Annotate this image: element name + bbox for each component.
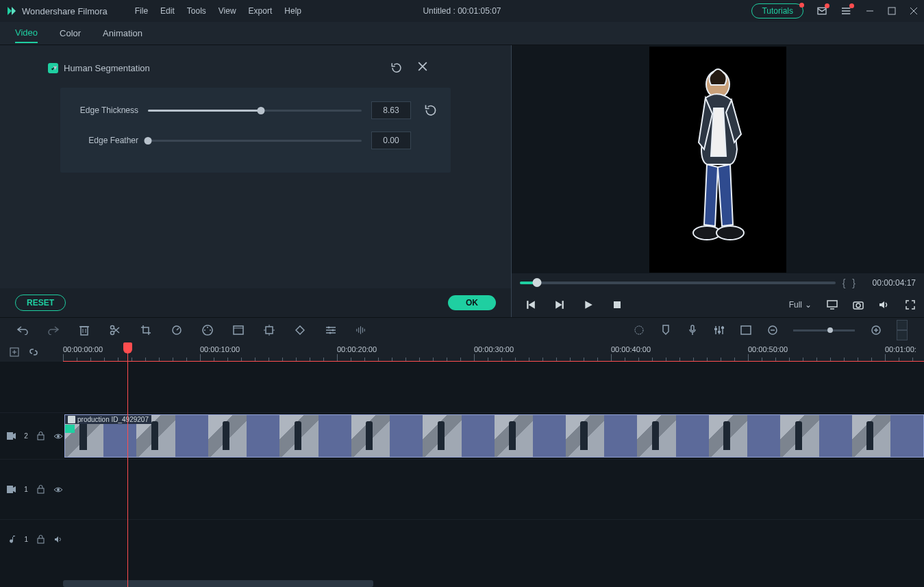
step-back-icon[interactable] xyxy=(525,299,536,310)
color-icon[interactable] xyxy=(201,325,213,336)
svg-rect-13 xyxy=(827,301,837,307)
speed-icon[interactable] xyxy=(171,325,182,336)
green-screen-icon[interactable] xyxy=(232,325,244,336)
edge-thickness-value[interactable]: 8.63 xyxy=(371,101,411,119)
motion-tracking-icon[interactable] xyxy=(263,325,275,336)
snapshot-icon[interactable] xyxy=(853,299,864,310)
svg-rect-46 xyxy=(691,325,694,331)
render-icon[interactable] xyxy=(633,325,645,336)
timeline-tracks[interactable]: 00:00:00:0000:00:10:0000:00:20:0000:00:3… xyxy=(63,342,924,587)
svg-rect-60 xyxy=(38,435,44,440)
reset-button[interactable]: RESET xyxy=(15,295,66,311)
segmentation-header[interactable]: ▼ ✓ Human Segmentation xyxy=(0,58,511,78)
display-icon[interactable] xyxy=(827,299,838,310)
preview-panel: { } 00:00:04:17 Full⌄ xyxy=(512,45,924,317)
split-icon[interactable] xyxy=(109,325,121,336)
mark-in-icon[interactable]: { xyxy=(842,277,846,288)
menu-export[interactable]: Export xyxy=(249,6,273,16)
add-track-icon[interactable] xyxy=(10,347,19,357)
edge-feather-value[interactable]: 0.00 xyxy=(371,132,411,149)
crop-icon[interactable] xyxy=(140,325,151,336)
keyframe-icon[interactable] xyxy=(294,325,305,336)
close-section-icon[interactable] xyxy=(418,62,427,74)
video-clip[interactable]: production ID_4929207 xyxy=(64,414,924,458)
svg-point-37 xyxy=(327,327,329,329)
tab-color[interactable]: Color xyxy=(60,24,81,42)
tasks-icon[interactable] xyxy=(840,5,853,17)
menu-help[interactable]: Help xyxy=(284,6,301,16)
window-title: Untitled : 00:01:05:07 xyxy=(423,6,501,16)
svg-point-64 xyxy=(57,488,60,491)
lock-icon[interactable] xyxy=(36,535,45,545)
timeline-ruler[interactable]: 00:00:00:0000:00:10:0000:00:20:0000:00:3… xyxy=(63,342,924,362)
add-media-icon[interactable] xyxy=(740,325,751,336)
svg-rect-49 xyxy=(721,327,724,329)
collapse-caret-icon[interactable]: ▼ xyxy=(52,64,58,71)
tab-animation[interactable]: Animation xyxy=(103,24,142,42)
menu-tools[interactable]: Tools xyxy=(187,6,206,16)
mixer-icon[interactable] xyxy=(713,325,725,336)
minimize-button[interactable] xyxy=(865,6,875,16)
audio-wave-icon[interactable] xyxy=(355,325,367,336)
play-icon[interactable] xyxy=(583,299,594,310)
zoom-slider[interactable] xyxy=(793,329,855,332)
timeline-h-scrollbar[interactable] xyxy=(63,580,373,587)
delete-icon[interactable] xyxy=(78,325,90,336)
record-vo-icon[interactable] xyxy=(686,325,698,336)
volume-icon[interactable] xyxy=(879,299,890,310)
link-icon[interactable] xyxy=(29,347,38,357)
marker-icon[interactable] xyxy=(660,325,671,336)
edge-thickness-slider[interactable] xyxy=(148,110,362,112)
redo-icon[interactable] xyxy=(47,325,59,336)
message-icon[interactable] xyxy=(816,5,828,17)
adjust-icon[interactable] xyxy=(325,325,336,336)
menu-edit[interactable]: Edit xyxy=(160,6,175,16)
zoom-out-icon[interactable] xyxy=(766,325,778,336)
video-track-2[interactable]: production ID_4929207 xyxy=(63,412,924,459)
step-forward-icon[interactable] xyxy=(554,299,565,310)
svg-point-3 xyxy=(842,13,843,14)
play-thumb-icon xyxy=(68,416,75,423)
video-track-1-header[interactable]: 1 xyxy=(0,459,63,519)
lock-icon[interactable] xyxy=(36,432,45,441)
audio-track-1-header[interactable]: 1 xyxy=(0,519,63,559)
close-button[interactable] xyxy=(909,6,919,16)
svg-rect-62 xyxy=(7,486,13,493)
eye-icon[interactable] xyxy=(53,432,63,441)
video-track-2-header[interactable]: 2 xyxy=(0,412,63,459)
svg-point-16 xyxy=(856,303,860,308)
zoom-in-icon[interactable] xyxy=(870,325,882,336)
svg-rect-12 xyxy=(614,301,621,308)
fullscreen-icon[interactable] xyxy=(905,299,916,310)
notification-dot xyxy=(799,3,804,8)
preview-scrubber[interactable] xyxy=(520,282,836,284)
timeline-section: 2 1 1 00:00:00:0000:00:10:0000:00:20:000… xyxy=(0,317,924,587)
edge-thickness-reset-icon[interactable] xyxy=(421,100,441,121)
speaker-icon[interactable] xyxy=(54,535,63,545)
svg-rect-63 xyxy=(38,488,44,493)
mark-out-icon[interactable]: } xyxy=(852,277,856,288)
tab-video[interactable]: Video xyxy=(15,23,38,43)
menu-file[interactable]: File xyxy=(135,6,148,16)
undo-icon[interactable] xyxy=(16,325,28,336)
ok-button[interactable]: OK xyxy=(448,295,496,310)
svg-point-1 xyxy=(842,8,843,9)
maximize-button[interactable] xyxy=(887,6,897,16)
quality-dropdown[interactable]: Full⌄ xyxy=(789,300,812,310)
playhead[interactable] xyxy=(127,342,128,587)
lock-icon[interactable] xyxy=(36,485,45,495)
menu-view[interactable]: View xyxy=(218,6,236,16)
segmented-human-preview xyxy=(649,47,786,273)
audio-track-1[interactable] xyxy=(63,519,924,559)
stop-icon[interactable] xyxy=(612,299,623,310)
edge-feather-slider[interactable] xyxy=(148,140,362,142)
tutorials-button[interactable]: Tutorials xyxy=(751,3,803,18)
preview-canvas[interactable] xyxy=(512,45,924,273)
zoom-fit-toggle[interactable] xyxy=(897,320,908,340)
main-menu: File Edit Tools View Export Help xyxy=(135,6,301,16)
video-track-1[interactable] xyxy=(63,459,924,519)
svg-rect-50 xyxy=(741,326,751,334)
eye-icon[interactable] xyxy=(53,485,63,495)
reset-section-icon[interactable] xyxy=(390,62,403,74)
timeline-toolbar xyxy=(0,318,924,342)
